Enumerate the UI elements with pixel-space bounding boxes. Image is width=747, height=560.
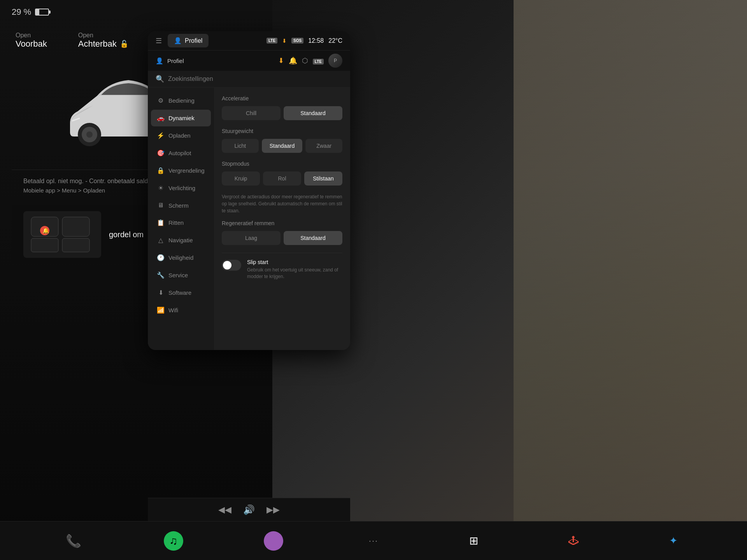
dynamiek-content: Acceleratie Chill Standaard Stuurgewicht…	[214, 88, 350, 350]
more-apps-icon[interactable]: ···	[364, 531, 383, 551]
slip-start-description: Gebruik om het voertuig uit sneeuw, zand…	[247, 267, 342, 280]
acceleratie-title: Acceleratie	[222, 95, 342, 102]
profiel-subheader: 👤 Profiel ⬇ 🔔 ⬡ LTE P	[148, 51, 350, 71]
header-top-bar: ☰ 👤 Profiel LTE ⬇ SOS 12:58 22°C	[148, 31, 350, 51]
search-input[interactable]	[168, 75, 342, 82]
dynamiek-icon: 🚗	[157, 114, 165, 122]
seatbelt-text: gordel om	[109, 230, 144, 239]
seat-graphic: 🔔	[23, 211, 101, 258]
autopilot-icon: 🎯	[157, 149, 165, 157]
profiel-action-icons: ⬇ 🔔 ⬡ LTE P	[278, 54, 342, 68]
software-label: Software	[168, 289, 191, 296]
ritten-label: Ritten	[168, 219, 184, 226]
software-icon: ⬇	[157, 289, 165, 296]
prev-btn[interactable]: ◀◀	[218, 505, 231, 515]
svg-rect-8	[31, 238, 58, 252]
achterbak-open-text: Open	[78, 32, 93, 39]
regeneratief-standaard-btn[interactable]: Standaard	[284, 231, 342, 245]
bell-icon[interactable]: 🔔	[289, 56, 297, 65]
avatar-image: P	[328, 54, 342, 68]
spotify-icon[interactable]: ♫	[164, 531, 183, 551]
wifi-icon: 📶	[157, 306, 165, 314]
stuurgewicht-group: Licht Standaard Zwaar	[222, 139, 342, 153]
regeneratief-title: Regeneratief remmen	[222, 220, 342, 226]
opladen-label: Opladen	[168, 132, 191, 139]
acceleratie-chill-btn[interactable]: Chill	[222, 106, 281, 120]
regeneratief-laag-btn[interactable]: Laag	[222, 231, 281, 245]
achterbak-name: Achterbak 🔓	[78, 39, 128, 49]
navigatie-label: Navigatie	[168, 237, 193, 243]
car-labels: Open Voorbak Open Achterbak 🔓	[12, 32, 128, 49]
bediening-icon: ⚙	[157, 97, 165, 104]
voorbak-open-text: Open	[16, 32, 31, 39]
sidebar-item-wifi[interactable]: 📶 Wifi	[151, 302, 211, 318]
sidebar-item-verlichting[interactable]: ☀ Verlichting	[151, 180, 211, 196]
service-label: Service	[168, 272, 188, 278]
stopmodus-stilstaan-btn[interactable]: Stilstaan	[304, 172, 342, 186]
vergrendeling-icon: 🔒	[157, 167, 165, 174]
stuurgewicht-title: Stuurgewicht	[222, 128, 342, 134]
divider	[222, 253, 342, 253]
sidebar-item-navigatie[interactable]: △ Navigatie	[151, 232, 211, 248]
ritten-icon: 📋	[157, 219, 165, 226]
veiligheid-icon: 🕐	[157, 254, 165, 261]
voorbak-label[interactable]: Open Voorbak	[16, 32, 47, 49]
stopmodus-kruip-btn[interactable]: Kruip	[222, 172, 260, 186]
sidebar-item-software[interactable]: ⬇ Software	[151, 284, 211, 301]
svg-text:🔔: 🔔	[42, 228, 49, 234]
apps-grid-icon[interactable]: ⊞	[464, 531, 483, 551]
acceleratie-standaard-btn[interactable]: Standaard	[284, 106, 342, 120]
profiel-tab[interactable]: 👤 Profiel	[168, 34, 209, 47]
scherm-label: Scherm	[168, 202, 189, 209]
sidebar-item-dynamiek[interactable]: 🚗 Dynamiek	[151, 110, 211, 126]
phone-icon[interactable]: 📞	[64, 531, 83, 551]
next-btn[interactable]: ▶▶	[267, 505, 280, 515]
sidebar-item-autopilot[interactable]: 🎯 Autopilot	[151, 145, 211, 161]
lte-indicator: LTE	[313, 57, 324, 65]
sidebar-item-bediening[interactable]: ⚙ Bediening	[151, 92, 211, 109]
stopmodus-description: Vergroot de actieradius door meer regene…	[222, 193, 342, 214]
stuurgewicht-zwaar-btn[interactable]: Zwaar	[305, 139, 342, 153]
bluetooth-icon[interactable]: ⬡	[302, 56, 308, 65]
stuurgewicht-licht-btn[interactable]: Licht	[222, 139, 259, 153]
regeneratief-group: Laag Standaard	[222, 231, 342, 245]
svg-point-3	[86, 131, 93, 138]
sidebar-item-veiligheid[interactable]: 🕐 Veiligheid	[151, 249, 211, 266]
slip-start-info: Slip start Gebruik om het voertuig uit s…	[247, 259, 342, 280]
slip-start-title: Slip start	[247, 259, 342, 265]
svg-rect-12	[62, 238, 89, 252]
download-icon[interactable]: ⬇	[278, 56, 284, 65]
stopmodus-group: Kruip Rol Stilstaan	[222, 172, 342, 186]
climate-icon[interactable]: ✦	[664, 531, 683, 551]
stuurgewicht-standaard-btn[interactable]: Standaard	[262, 139, 303, 153]
gamepad-icon[interactable]: 🕹	[564, 531, 583, 551]
sidebar-item-vergrendeling[interactable]: 🔒 Vergrendeling	[151, 162, 211, 179]
panel-body: ⚙ Bediening 🚗 Dynamiek ⚡ Opladen 🎯 Autop…	[148, 88, 350, 350]
lock-icon: 🔓	[120, 40, 128, 48]
verlichting-icon: ☀	[157, 184, 165, 192]
opladen-icon: ⚡	[157, 132, 165, 139]
wifi-label: Wifi	[168, 307, 178, 313]
taskbar: 📞 ♫ ● ··· ⊞ 🕹 ✦	[0, 521, 747, 560]
interior-background	[514, 0, 747, 560]
avatar[interactable]: P	[328, 54, 342, 68]
sidebar-item-opladen[interactable]: ⚡ Opladen	[151, 127, 211, 144]
slip-start-toggle[interactable]	[222, 260, 241, 271]
sidebar-item-ritten[interactable]: 📋 Ritten	[151, 214, 211, 231]
time-display: 12:58	[308, 37, 324, 44]
stopmodus-title: Stopmodus	[222, 161, 342, 167]
seat-svg: 🔔	[27, 213, 97, 256]
lte-badge: LTE	[267, 38, 277, 44]
sidebar-item-service[interactable]: 🔧 Service	[151, 267, 211, 284]
achterbak-label[interactable]: Open Achterbak 🔓	[78, 32, 128, 49]
sos-badge: SOS	[291, 38, 303, 44]
sidebar-nav: ⚙ Bediening 🚗 Dynamiek ⚡ Opladen 🎯 Autop…	[148, 88, 214, 350]
volume-btn[interactable]: 🔊	[243, 504, 255, 515]
status-bar-left: 29 %	[0, 0, 272, 24]
battery-fill	[36, 9, 39, 15]
menu-icon: ☰	[156, 37, 162, 45]
app-purple-icon[interactable]: ●	[264, 531, 283, 551]
acceleratie-group: Chill Standaard	[222, 106, 342, 120]
sidebar-item-scherm[interactable]: 🖥 Scherm	[151, 197, 211, 214]
stopmodus-rol-btn[interactable]: Rol	[263, 172, 301, 186]
